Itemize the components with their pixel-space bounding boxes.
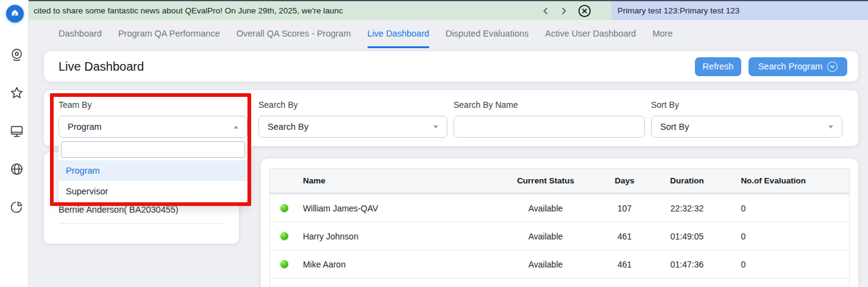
table-row-partial [270,278,849,287]
status-green-dot-icon [280,204,288,212]
cell-evaluations: 0 [722,232,849,241]
search-by-name-label: Search By Name [454,100,518,110]
cell-status: Available [494,204,597,213]
agent-status-table: Name Current Status Days Duration No.of … [269,168,850,287]
page-header-card: Live Dashboard Refresh Search Program [44,51,858,82]
team-by-label: Team By [59,100,91,110]
divider [59,223,224,224]
search-by-name-input[interactable] [454,116,645,138]
dropdown-option-program[interactable]: Program [59,160,247,181]
announcement-text: cited to share some fantastic news about… [34,6,343,15]
cell-status: Available [494,232,597,241]
column-header-days: Days [597,176,652,185]
cell-name: William James-QAV [299,204,494,213]
search-by-label: Search By [258,100,298,110]
chevron-up-icon [233,126,238,129]
team-by-dropdown: Program Supervisor [59,139,247,203]
tab-program-qa-performance[interactable]: Program QA Performance [118,20,220,48]
table-row[interactable]: Mike Aaron Available 461 01:47:36 0 [270,250,849,278]
search-program-label: Search Program [758,62,823,71]
dropdown-search-input[interactable] [61,141,245,158]
cell-evaluations: 0 [722,260,849,269]
status-green-dot-icon [280,232,288,240]
cell-name: Harry Johnson [299,232,494,241]
close-circle-icon[interactable] [578,4,591,18]
filter-card: Team By Program Search By Search By Sear… [44,90,858,146]
announcement-nav [541,1,611,20]
chevron-down-icon [433,126,438,129]
column-header-evaluations: No.of Evaluation [722,176,849,185]
tab-overall-qa-scores-program[interactable]: Overall QA Scores - Program [237,20,351,48]
session-section: Primary test 123:Primary test 123 [611,1,868,20]
sort-by-select[interactable]: Sort By [651,116,842,138]
cell-days: 107 [597,204,652,213]
cell-duration: 01:49:05 [652,232,722,241]
agent-status-table-card: Name Current Status Days Duration No.of … [261,158,858,287]
cell-name: Mike Aaron [299,260,494,269]
cell-duration: 22:32:32 [652,204,722,213]
search-by-select[interactable]: Search By [258,116,447,138]
chevron-right-icon[interactable] [560,7,568,15]
table-row[interactable]: Harry Johnson Available 461 01:49:05 0 [270,222,849,250]
cell-evaluations: 0 [722,204,849,213]
dropdown-options: Program Supervisor [59,160,247,202]
globe-icon[interactable] [9,161,24,177]
announcement-section: cited to share some fantastic news about… [29,1,611,20]
search-program-button[interactable]: Search Program [749,57,847,76]
chevron-left-icon[interactable] [541,7,550,15]
team-by-select[interactable]: Program [59,116,247,138]
pie-chart-icon[interactable] [9,199,24,214]
home-icon [10,7,20,20]
tab-more[interactable]: More [652,20,672,48]
live-dashboard-page: cited to share some fantastic news about… [0,0,868,287]
tab-disputed-evaluations[interactable]: Disputed Evaluations [446,20,528,48]
cell-days: 461 [597,260,652,269]
status-green-dot-icon [280,260,288,268]
cell-days: 461 [597,232,652,241]
monitor-icon[interactable] [9,124,24,139]
search-by-value: Search By [268,122,308,132]
star-icon[interactable] [9,85,24,101]
app-logo[interactable] [6,5,24,23]
cell-duration: 01:47:36 [652,260,722,269]
tab-live-dashboard[interactable]: Live Dashboard [368,20,430,48]
column-header-name: Name [299,176,494,185]
page-title: Live Dashboard [59,60,695,74]
tab-active-user-dashboard[interactable]: Active User Dashboard [545,20,636,48]
tab-dashboard[interactable]: Dashboard [59,20,102,48]
sidebar [0,0,29,287]
column-header-duration: Duration [652,176,722,185]
team-by-value: Program [68,122,102,132]
column-header-current-status: Current Status [494,176,597,185]
dropdown-option-supervisor[interactable]: Supervisor [59,181,247,202]
refresh-button[interactable]: Refresh [695,57,741,76]
sort-by-value: Sort By [660,122,689,132]
webcam-icon[interactable] [9,48,24,63]
table-header-row: Name Current Status Days Duration No.of … [270,169,849,194]
chevron-down-circle-icon [827,62,838,72]
cell-status: Available [494,260,597,269]
session-label: Primary test 123:Primary test 123 [617,6,739,15]
table-row[interactable]: William James-QAV Available 107 22:32:32… [270,194,849,222]
tab-bar: Dashboard Program QA Performance Overall… [59,20,672,48]
sort-by-label: Sort By [651,100,679,110]
chevron-down-icon [828,126,833,129]
announcement-banner: cited to share some fantastic news about… [29,0,868,20]
team-list-item[interactable]: Bernie Anderson( BA2030455) [59,205,179,214]
